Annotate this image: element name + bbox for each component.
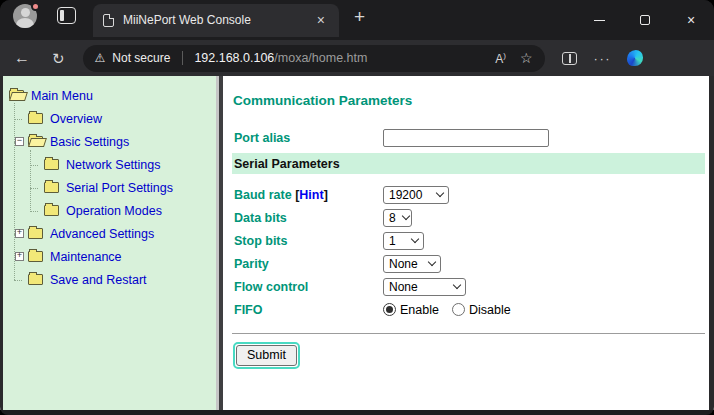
sidebar-item-label: Basic Settings [50, 135, 129, 149]
flow-control-row: Flow control None [232, 275, 709, 298]
avatar-notification-badge [31, 2, 40, 11]
sidebar-item-save-and-restart[interactable]: Save and Restart [3, 268, 216, 291]
not-secure-warning-icon[interactable]: ⚠ [95, 51, 106, 65]
serial-parameters-header: Serial Parameters [232, 153, 705, 174]
submit-button[interactable]: Submit [236, 345, 297, 366]
page-document-icon [103, 14, 114, 27]
tree-expander[interactable]: + [15, 229, 24, 238]
close-button[interactable]: × [668, 0, 714, 40]
data-bits-select[interactable]: 8 [383, 209, 412, 227]
chevron-down-icon [436, 189, 444, 197]
tree-expander[interactable]: − [15, 137, 24, 146]
sidebar-item-label: Serial Port Settings [66, 181, 173, 195]
copilot-icon[interactable] [627, 50, 643, 66]
flow-control-select[interactable]: None [383, 278, 466, 296]
sidebar-item-network-settings[interactable]: Network Settings [3, 153, 216, 176]
read-aloud-button[interactable]: A) [495, 51, 505, 66]
folder-icon [28, 136, 43, 147]
sidebar-item-label: Main Menu [31, 89, 93, 103]
data-bits-row: Data bits 8 [232, 206, 709, 229]
sidebar-item-label: Operation Modes [66, 204, 162, 218]
form-divider [232, 333, 705, 334]
security-label: Not secure [112, 51, 170, 65]
chevron-down-icon [428, 258, 436, 266]
sidebar-item-label: Advanced Settings [50, 227, 154, 241]
sidebar-item-serial-port-settings[interactable]: Serial Port Settings [3, 176, 216, 199]
refresh-button[interactable]: ↻ [52, 51, 65, 66]
folder-icon [9, 90, 24, 101]
baud-rate-row: Baud rate [Hint] 19200 [232, 183, 709, 206]
tab-close-icon[interactable]: × [313, 11, 329, 29]
sidebar-item-overview[interactable]: Overview [3, 107, 216, 130]
hint-link[interactable]: Hint [299, 188, 323, 202]
folder-icon [28, 228, 43, 239]
page-title: Communication Parameters [232, 93, 709, 108]
back-button[interactable]: ← [14, 50, 30, 66]
sidebar-item-basic-settings[interactable]: − Basic Settings [3, 130, 216, 153]
main-content: Communication Parameters Port alias Seri… [223, 76, 709, 410]
parameter-label: Flow control [232, 280, 383, 294]
fifo-row: FIFO Enable Disable [232, 298, 709, 321]
fifo-disable-radio[interactable] [452, 303, 465, 316]
fifo-option-enable: Enable [383, 303, 452, 317]
folder-icon [28, 274, 43, 285]
browser-window: MiiNePort Web Console × + × ← ↻ ⚠ Not se… [0, 0, 714, 415]
minimize-button[interactable] [576, 0, 622, 40]
hint-bracket: ] [324, 188, 328, 202]
fifo-enable-radio[interactable] [383, 303, 396, 316]
serial-parameter-fields: Baud rate [Hint] 19200 Data bits 8 Stop … [232, 183, 709, 298]
fifo-option-disable: Disable [452, 303, 524, 317]
fifo-options: Enable Disable [383, 303, 524, 317]
url-path: /moxa/home.htm [274, 51, 367, 65]
tab-actions-menu-icon[interactable] [57, 7, 76, 24]
profile-avatar[interactable] [13, 4, 37, 28]
fifo-label: FIFO [232, 303, 383, 317]
navigation-sidebar: Main Menu Overview − Basic Settings Netw… [3, 76, 216, 410]
folder-icon [44, 205, 59, 216]
new-tab-button[interactable]: + [354, 7, 365, 26]
parameter-label: Data bits [232, 211, 383, 225]
port-alias-input[interactable] [383, 129, 549, 147]
split-screen-icon[interactable] [562, 52, 577, 65]
sidebar-item-advanced-settings[interactable]: + Advanced Settings [3, 222, 216, 245]
sidebar-item-maintenance[interactable]: + Maintenance [3, 245, 216, 268]
favorite-star-icon[interactable]: ☆ [520, 50, 533, 66]
url-host: 192.168.0.106 [194, 51, 274, 65]
settings-menu-icon[interactable]: ··· [594, 51, 612, 66]
parameter-label: Baud rate [Hint] [232, 188, 383, 202]
tab-title: MiiNePort Web Console [123, 13, 313, 27]
folder-icon [44, 159, 59, 170]
browser-toolbar: ← ↻ ⚠ Not secure 192.168.0.106 /moxa/hom… [0, 40, 714, 76]
port-alias-label: Port alias [232, 131, 383, 145]
stop-bits-select[interactable]: 1 [383, 232, 424, 250]
folder-icon [44, 182, 59, 193]
parity-row: Parity None [232, 252, 709, 275]
maximize-icon [640, 15, 650, 25]
submit-focus-ring: Submit [233, 342, 300, 369]
browser-tab-active[interactable]: MiiNePort Web Console × [93, 4, 339, 37]
titlebar-left-group: MiiNePort Web Console × + [0, 0, 365, 40]
sidebar-item-label: Overview [50, 112, 102, 126]
page-viewport: Main Menu Overview − Basic Settings Netw… [0, 76, 714, 410]
address-bar[interactable]: ⚠ Not secure 192.168.0.106 /moxa/home.ht… [83, 45, 545, 72]
sidebar-item-main-menu[interactable]: Main Menu [3, 84, 216, 107]
frame-divider[interactable] [216, 76, 223, 410]
chevron-down-icon [411, 235, 419, 243]
window-controls: × [576, 0, 714, 40]
parameter-label: Parity [232, 257, 383, 271]
folder-icon [28, 113, 43, 124]
sidebar-item-operation-modes[interactable]: Operation Modes [3, 199, 216, 222]
sidebar-item-label: Maintenance [50, 250, 122, 264]
sidebar-item-label: Save and Restart [50, 273, 147, 287]
chevron-down-icon [401, 212, 409, 220]
maximize-button[interactable] [622, 0, 668, 40]
parameter-label: Stop bits [232, 234, 383, 248]
baud-rate-select[interactable]: 19200 [383, 186, 449, 204]
tree-expander[interactable]: + [15, 252, 24, 261]
browser-titlebar: MiiNePort Web Console × + × [0, 0, 714, 40]
sidebar-item-label: Network Settings [66, 158, 160, 172]
minimize-icon [594, 20, 605, 21]
parity-select[interactable]: None [383, 255, 441, 273]
address-separator [182, 51, 183, 65]
stop-bits-row: Stop bits 1 [232, 229, 709, 252]
